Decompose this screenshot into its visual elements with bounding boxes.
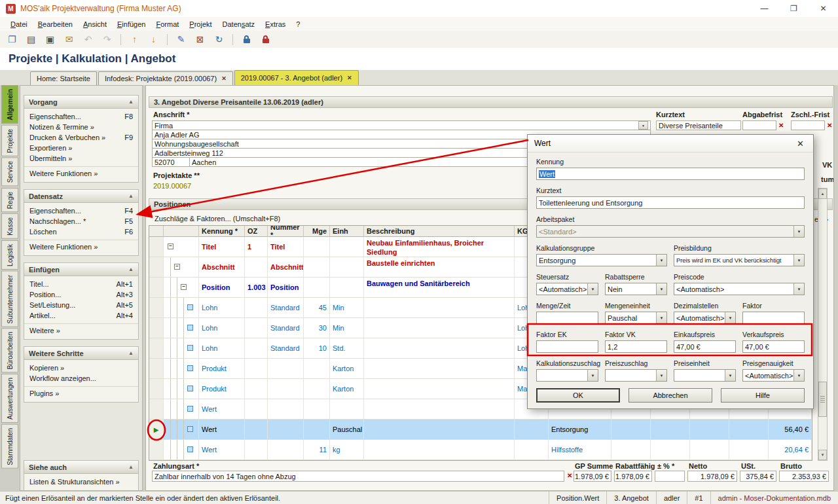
module-tab-subunternehmer[interactable]: Subunternehmer	[1, 271, 18, 327]
module-tab-kasse[interactable]: Kasse	[1, 213, 18, 239]
menu-item-einf-gen[interactable]: Einfügen	[112, 18, 151, 30]
zschl-frist-field[interactable]	[791, 120, 825, 130]
panel-item-nachschlagen[interactable]: Nachschlagen... *F5	[24, 216, 138, 226]
move-down-icon[interactable]: ↓	[145, 31, 162, 47]
module-tab-auswertungen[interactable]: Auswertungen	[1, 374, 18, 423]
print-preview-icon[interactable]: ▣	[41, 31, 59, 47]
faktor-input[interactable]	[742, 312, 805, 324]
tree-expand-icon[interactable]: −	[174, 264, 180, 270]
maximize-button[interactable]: ❐	[779, 0, 809, 17]
column-header-mge[interactable]: Mge	[304, 226, 330, 237]
row-selector[interactable]	[149, 399, 164, 420]
preiszuschlag-select[interactable]: ▼	[605, 369, 667, 382]
tab-2019-00067-3-angebot-adler[interactable]: 2019.00067 - 3. Angebot (adler)✕	[234, 70, 359, 85]
column-header-oz[interactable]: OZ	[245, 226, 268, 237]
module-tab-regie[interactable]: Regie	[1, 188, 18, 212]
dialog-close-icon[interactable]: ✕	[794, 139, 807, 149]
scroll-down-icon[interactable]: ▼	[818, 450, 827, 460]
column-header-kennung[interactable]: Kennung *	[199, 226, 245, 237]
email-icon[interactable]: ✉	[60, 31, 78, 47]
section-header-siehe-auch[interactable]: Siehe auch▲	[24, 461, 138, 474]
panel-item-notizen-termine[interactable]: Notizen & Termine »	[24, 122, 138, 132]
row-selector[interactable]	[149, 318, 164, 338]
clear-abgabefrist-icon[interactable]: ✕	[778, 122, 784, 129]
preisbildung-select[interactable]: Preis wird im EK und VK berücksichtigt ▼	[674, 254, 805, 266]
panel-item-artikel[interactable]: Artikel...Alt+4	[24, 310, 138, 321]
dezimalstellen-select[interactable]: <Automatisch> ▼	[674, 312, 736, 324]
menu-item-projekt[interactable]: Projekt	[184, 18, 217, 30]
zahlungsart-field[interactable]: Zahlbar innerhalb von 14 Tagen ohne Abzu…	[152, 471, 564, 482]
column-header[interactable]	[164, 226, 199, 237]
module-tab-allgemein[interactable]: Allgemein	[1, 85, 18, 124]
abgabefrist-field[interactable]	[742, 120, 776, 130]
tab-home-startseite[interactable]: Home: Startseite	[30, 71, 97, 85]
panel-item-position[interactable]: Position...Alt+3	[24, 289, 138, 300]
panel-item-drucken-verbuchen[interactable]: Drucken & Verbuchen »F9	[24, 132, 138, 143]
tree-expand-icon[interactable]: −	[168, 243, 173, 249]
menu-item-format[interactable]: Format	[151, 18, 184, 30]
tree-expand-icon[interactable]: −	[181, 284, 187, 290]
rabattsperre-select[interactable]: Nein ▼	[605, 283, 667, 295]
panel-item-workflow-anzeigen[interactable]: Workflow anzeigen...	[24, 373, 138, 384]
kalkulationszuschlag-select[interactable]: ▼	[536, 369, 598, 382]
column-header[interactable]	[149, 226, 164, 237]
module-tab-b-roarbeiten[interactable]: Büroarbeiten	[1, 328, 18, 372]
tab-infodesk-projektakte-2019-00067[interactable]: Infodesk: Projektakte (2019.00067)✕	[98, 71, 233, 85]
dropdown-arrow-icon[interactable]: ▼	[638, 121, 648, 130]
row-selector[interactable]	[149, 237, 164, 257]
row-selector[interactable]	[149, 440, 164, 460]
row-selector[interactable]	[149, 338, 164, 359]
panel-item-exportieren[interactable]: Exportieren »	[24, 143, 138, 153]
zuschlaege-faktoren-link[interactable]: Zuschläge & Faktoren... (Umschalt+F8)	[155, 215, 280, 223]
module-tab-service[interactable]: Service	[1, 157, 18, 186]
close-table-icon[interactable]: ⊠	[191, 31, 209, 47]
panel-item-weitere-funktionen[interactable]: Weitere Funktionen »	[24, 166, 138, 179]
panel-item-listen-strukturansichten[interactable]: Listen & Strukturansichten »	[24, 477, 138, 487]
panel-item-set-leistung[interactable]: Set/Leistung...Alt+5	[24, 300, 138, 310]
move-up-icon[interactable]: ↑	[126, 31, 143, 47]
menu-item-ansicht[interactable]: Ansicht	[78, 18, 112, 30]
panel-item-bermitteln[interactable]: Übermitteln »	[24, 153, 138, 164]
row-selector[interactable]	[149, 278, 164, 298]
section-header-datensatz[interactable]: Datensatz▲	[24, 190, 138, 203]
menu-item-help[interactable]: ?	[291, 18, 305, 30]
refresh-icon[interactable]: ↻	[210, 31, 228, 47]
hilfe-button[interactable]: Hilfe	[721, 388, 805, 403]
verkaufspreis-input[interactable]: 47,00 €	[742, 340, 805, 353]
tab-close-icon[interactable]: ✕	[347, 75, 352, 81]
scroll-up-icon[interactable]: ▲	[818, 189, 827, 199]
row-selector[interactable]	[149, 298, 164, 318]
panel-item-eigenschaften[interactable]: Eigenschaften...F8	[24, 111, 138, 122]
panel-item-l-schen[interactable]: LöschenF6	[24, 226, 138, 237]
lock-blue-icon[interactable]	[238, 31, 255, 47]
tab-close-icon[interactable]: ✕	[221, 75, 227, 82]
position-row[interactable]: ▶WertPauschalEntsorgung56,40 €	[149, 420, 812, 440]
abbrechen-button[interactable]: Abbrechen	[628, 388, 712, 403]
redo-icon[interactable]: ↷	[98, 31, 116, 47]
clear-zschl-frist-icon[interactable]: ✕	[827, 122, 832, 129]
panel-item-titel[interactable]: Titel...Alt+1	[24, 279, 138, 289]
steuersatz-select[interactable]: <Automatisch> ▼	[536, 283, 598, 295]
position-row[interactable]: Wert11kgHilfsstoffe20,64 €	[149, 440, 812, 460]
section-header-vorgang[interactable]: Vorgang▲	[24, 96, 138, 109]
panel-item-weitere-funktionen[interactable]: Weitere Funktionen »	[24, 240, 138, 252]
scrollbar-thumb[interactable]	[818, 382, 827, 417]
minimize-button[interactable]: —	[750, 0, 779, 17]
row-selector[interactable]	[149, 379, 164, 399]
menu-item-datei[interactable]: Datei	[5, 18, 33, 30]
anschrift-plz-field[interactable]: 52070	[152, 157, 190, 167]
einkaufspreis-input[interactable]: 47,00 €	[674, 340, 736, 353]
menu-item-extras[interactable]: Extras	[260, 18, 291, 30]
panel-item-plugins[interactable]: Plugins »	[24, 386, 138, 399]
module-tab-projekte[interactable]: Projekte	[1, 125, 18, 156]
projektakte-value[interactable]: 2019.00067	[153, 182, 191, 190]
new-document-icon[interactable]: ❐	[3, 31, 21, 47]
kurztext-input[interactable]: Toilettenleerung und Entsorgung	[536, 196, 805, 209]
ok-button[interactable]: OK	[536, 388, 620, 403]
edit-record-icon[interactable]: ✎	[172, 31, 190, 47]
row-selector[interactable]: ▶	[149, 420, 164, 440]
row-selector[interactable]	[149, 257, 164, 278]
column-header-einh[interactable]: Einh	[330, 226, 364, 237]
preiscode-select[interactable]: <Automatisch> ▼	[674, 283, 805, 295]
menge-zeit-input[interactable]	[536, 312, 598, 324]
